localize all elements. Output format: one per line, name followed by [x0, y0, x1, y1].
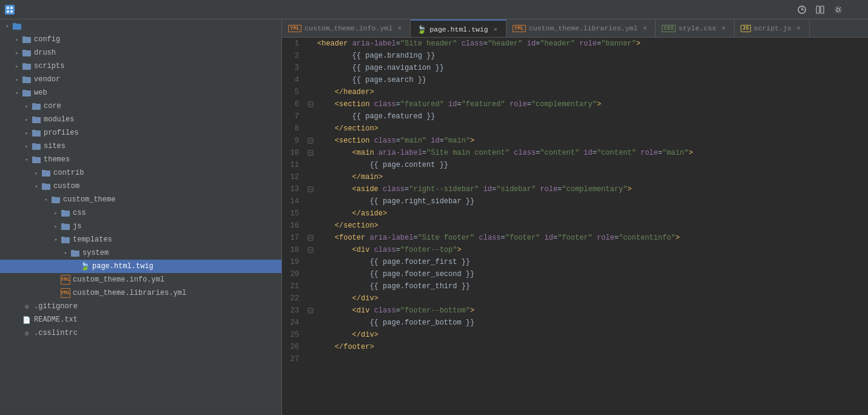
sidebar-item-drush[interactable]: drush — [0, 46, 281, 59]
code-content: </div> — [315, 329, 378, 341]
sidebar-item-themes[interactable]: themes — [0, 153, 281, 166]
sidebar-item-csslintrc[interactable]: ⚙ .csslintrc — [0, 326, 281, 340]
tab-libraries-yml-icon: YML — [513, 25, 526, 32]
code-content: <div class="footer--top"> — [315, 244, 462, 256]
drush-label: drush — [34, 49, 56, 57]
sidebar-item-vendor[interactable]: vendor — [0, 73, 281, 86]
line-number: 18 — [282, 244, 306, 256]
csslintrc-arrow — [12, 328, 22, 338]
sidebar-item-profiles[interactable]: profiles — [0, 126, 281, 140]
drush-arrow — [12, 48, 22, 58]
sidebar-item-info-yml[interactable]: YML custom_theme.info.yml — [0, 273, 281, 286]
code-content: <aside class="right--sidebar" id="sideba… — [315, 183, 632, 195]
tab-style-css[interactable]: CSS style.css × — [656, 19, 734, 37]
vendor-arrow — [12, 75, 22, 84]
line-number: 27 — [282, 353, 306, 365]
title-bar-left — [5, 5, 22, 15]
settings-button[interactable] — [832, 3, 845, 16]
line-number: 9 — [282, 135, 306, 147]
fold-gutter[interactable] — [306, 138, 315, 144]
tab-libraries-yml-close[interactable]: × — [641, 24, 649, 33]
tab-info-yml-close[interactable]: × — [395, 24, 404, 33]
fold-gutter[interactable] — [306, 247, 315, 253]
readme-icon: 📄 — [22, 315, 32, 325]
sites-folder-icon — [32, 141, 41, 151]
sidebar-item-gitignore[interactable]: ⚙ .gitignore — [0, 300, 281, 313]
fold-gutter[interactable] — [306, 235, 315, 241]
split-button[interactable] — [813, 3, 827, 16]
system-arrow — [61, 248, 70, 258]
fold-gutter[interactable] — [306, 101, 315, 107]
line-number: 11 — [282, 159, 306, 171]
tab-info-yml-label: custom_theme.info.yml — [304, 24, 392, 32]
sidebar-item-contrib[interactable]: contrib — [0, 166, 281, 180]
editor-container: YML custom_theme.info.yml × 🍃 page.html.… — [282, 19, 868, 415]
sync-button[interactable] — [795, 3, 809, 16]
sidebar-item-libraries-yml[interactable]: YML custom_theme.libraries.yml — [0, 286, 281, 300]
line-number: 22 — [282, 292, 306, 305]
fold-gutter[interactable] — [306, 186, 315, 192]
code-content: {{ page.branding }} — [315, 50, 435, 62]
code-editor[interactable]: 1<header aria-label="Site header" class=… — [282, 38, 868, 415]
code-content: </div> — [315, 292, 378, 305]
sidebar-item-scripts[interactable]: scripts — [0, 59, 281, 73]
contrib-arrow — [32, 168, 41, 178]
svg-rect-6 — [821, 6, 824, 13]
sidebar-item-core[interactable]: core — [0, 100, 281, 113]
sidebar-item-css[interactable]: css — [0, 206, 281, 220]
line-number: 5 — [282, 86, 306, 98]
sidebar-item-templates[interactable]: templates — [0, 233, 281, 246]
sidebar-item-system[interactable]: system — [0, 246, 281, 260]
modules-folder-icon — [32, 115, 41, 124]
readme-label: README.txt — [34, 315, 78, 324]
line-number: 16 — [282, 220, 306, 232]
main-container: config drush scripts vendor — [0, 19, 868, 415]
code-content: <section class="featured" id="featured" … — [315, 98, 601, 110]
code-line-25: 25 </div> — [282, 329, 868, 341]
tab-page-twig-close[interactable]: × — [491, 25, 500, 34]
code-content: </section> — [315, 123, 378, 135]
tab-libraries-yml[interactable]: YML custom_theme.libraries.yml × — [506, 19, 656, 37]
sidebar-item-custom-theme[interactable]: custom_theme — [0, 193, 281, 206]
minimize-button[interactable] — [850, 3, 863, 16]
web-folder-icon — [22, 88, 32, 98]
fold-gutter[interactable] — [306, 150, 315, 156]
line-number: 17 — [282, 232, 306, 244]
custom-theme-folder-icon — [51, 195, 61, 204]
config-folder-icon — [22, 35, 32, 44]
info-yml-label: custom_theme.info.yml — [73, 275, 164, 284]
themes-arrow — [22, 155, 32, 164]
sidebar-item-js[interactable]: js — [0, 220, 281, 233]
sidebar-item-modules[interactable]: modules — [0, 113, 281, 126]
tree-root[interactable] — [0, 19, 281, 33]
tab-info-yml[interactable]: YML custom_theme.info.yml × — [282, 19, 411, 37]
code-line-1: 1<header aria-label="Site header" class=… — [282, 38, 868, 50]
svg-rect-3 — [10, 10, 13, 13]
fold-gutter[interactable] — [306, 308, 315, 314]
tab-script-js-close[interactable]: × — [795, 24, 803, 33]
csslintrc-icon: ⚙ — [22, 328, 32, 338]
tab-style-css-close[interactable]: × — [719, 24, 728, 33]
tab-script-js-icon: JS — [741, 25, 751, 32]
line-number: 3 — [282, 62, 306, 74]
sidebar-item-custom[interactable]: custom — [0, 180, 281, 193]
line-number: 1 — [282, 38, 306, 50]
templates-arrow — [51, 235, 61, 245]
sidebar-item-web[interactable]: web — [0, 86, 281, 100]
line-number: 10 — [282, 147, 306, 159]
sidebar-item-readme[interactable]: 📄 README.txt — [0, 313, 281, 326]
tab-bar: YML custom_theme.info.yml × 🍃 page.html.… — [282, 19, 868, 38]
code-content: {{ page.footer_second }} — [315, 268, 474, 280]
info-yml-arrow — [51, 275, 61, 285]
sidebar-item-config[interactable]: config — [0, 33, 281, 46]
code-line-17: 17 <footer aria-label="Site footer" clas… — [282, 232, 868, 244]
svg-point-7 — [837, 8, 840, 11]
tab-page-twig-icon: 🍃 — [417, 25, 426, 35]
line-number: 19 — [282, 256, 306, 268]
sidebar-item-sites[interactable]: sites — [0, 140, 281, 153]
tab-script-js[interactable]: JS script.js × — [735, 19, 810, 37]
sidebar-item-page-twig[interactable]: 🍃 page.html.twig — [0, 260, 281, 273]
libraries-yml-arrow — [51, 288, 61, 298]
code-line-24: 24 {{ page.footer_bottom }} — [282, 317, 868, 329]
tab-page-twig[interactable]: 🍃 page.html.twig × — [411, 19, 506, 37]
